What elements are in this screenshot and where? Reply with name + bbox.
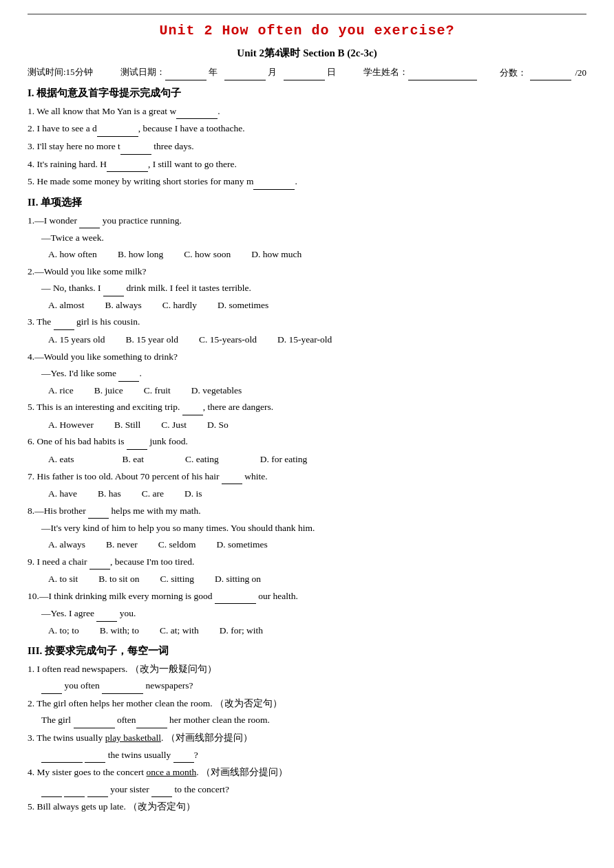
sub-title: Unit 2第4课时 Section B (2c-3c)	[28, 45, 586, 61]
ii-q10-optC[interactable]: C. at; with	[160, 623, 199, 638]
ii-q9-optA[interactable]: A. to sit	[48, 572, 78, 587]
section-iii-title: III. 按要求完成句子，每空一词	[28, 642, 586, 659]
q1-blank[interactable]	[176, 104, 218, 120]
iii-q4-blank3[interactable]	[87, 782, 108, 798]
ii-q10-blank1[interactable]	[215, 589, 256, 605]
ii-q1-optD[interactable]: D. how much	[251, 247, 301, 262]
iii-q3-blank3[interactable]	[173, 748, 194, 763]
ii-q3-blank[interactable]	[54, 314, 74, 330]
section-ii-title: II. 单项选择	[28, 194, 586, 210]
ii-q4-blank[interactable]	[118, 366, 139, 382]
iii-q2-blank2[interactable]	[136, 713, 167, 728]
ii-q2-optB[interactable]: B. always	[105, 298, 142, 313]
iii-q1-blank1[interactable]	[41, 678, 62, 694]
ii-q6-stem: 6. One of his bad habits is junk food.	[28, 434, 586, 450]
iii-q4-blank1[interactable]	[41, 782, 62, 798]
section-i-q4: 4. It's raining hard. H , I still want t…	[28, 157, 586, 173]
ii-q8-optC[interactable]: C. seldom	[158, 537, 196, 552]
ii-q2-blank[interactable]	[103, 281, 124, 296]
student-name-label: 学生姓名：	[363, 65, 477, 80]
ii-q5-stem: 5. This is an interesting and exciting t…	[28, 400, 586, 415]
student-name-field[interactable]	[408, 65, 477, 80]
date-year-field[interactable]	[165, 65, 207, 80]
ii-q7-optB[interactable]: B. has	[98, 486, 121, 501]
ii-q3-optA[interactable]: A. 15 years old	[48, 332, 105, 347]
q3-blank[interactable]	[120, 139, 151, 155]
ii-q2-optA[interactable]: A. almost	[48, 298, 85, 313]
ii-q9-optC[interactable]: C. sitting	[160, 572, 194, 587]
ii-q4-optA[interactable]: A. rice	[48, 383, 74, 398]
ii-q7-blank[interactable]	[222, 469, 242, 485]
ii-q1-sub: —Twice a week.	[41, 230, 586, 246]
ii-q9-blank[interactable]	[89, 554, 110, 570]
ii-q1-optB[interactable]: B. how long	[118, 247, 163, 262]
q4-blank[interactable]	[107, 157, 148, 173]
main-title: Unit 2 How often do you exercise?	[28, 20, 586, 42]
ii-q2-sub: — No, thanks. I drink milk. I feel it ta…	[41, 281, 586, 296]
section-i-q2: 2. I have to see a d , because I have a …	[28, 121, 586, 137]
ii-q2-optD[interactable]: D. sometimes	[218, 298, 268, 313]
iii-q4-blank2[interactable]	[64, 782, 85, 798]
top-line	[28, 14, 586, 14]
ii-q4-optD[interactable]: D. vegetables	[191, 383, 242, 398]
iii-q2-answer: The girl often her mother clean the room…	[41, 713, 586, 728]
ii-q10-optD[interactable]: D. for; with	[220, 623, 263, 638]
ii-q3-optB[interactable]: B. 15 year old	[125, 332, 178, 347]
ii-q8-blank[interactable]	[88, 503, 109, 519]
iii-q4-blank4[interactable]	[151, 782, 172, 798]
ii-q7-optC[interactable]: C. are	[142, 486, 164, 501]
q2-blank[interactable]	[97, 121, 138, 137]
ii-q3-optC[interactable]: C. 15-years-old	[199, 332, 257, 347]
iii-q1-blank2[interactable]	[102, 678, 143, 694]
score-label: 分数：	[500, 66, 527, 80]
test-date-label: 测试日期： 年 月 日	[120, 65, 336, 80]
ii-q7-stem: 7. His father is too old. About 70 perce…	[28, 469, 586, 485]
iii-q3-blank2[interactable]	[85, 748, 105, 763]
ii-q6-optC[interactable]: C. eating	[185, 452, 219, 467]
ii-q10-optB[interactable]: B. with; to	[100, 623, 139, 638]
ii-q5-optB[interactable]: B. Still	[114, 417, 140, 433]
ii-q1-blank[interactable]	[79, 213, 100, 229]
ii-q6-optD[interactable]: D. for eating	[260, 452, 308, 467]
iii-q3-underline: play basketball	[105, 733, 161, 743]
ii-q8-stem: 8.—His brother helps me with my math.	[28, 503, 586, 519]
ii-q10-stem: 10.—I think drinking milk every morning …	[28, 589, 586, 605]
iii-q3-answer: the twins usually ?	[41, 748, 586, 763]
iii-q2-blank1[interactable]	[74, 713, 115, 728]
ii-q7-optA[interactable]: A. have	[48, 486, 77, 501]
ii-q10-blank2[interactable]	[96, 606, 117, 622]
ii-q1-optA[interactable]: A. how often	[48, 247, 97, 262]
ii-q6-optA[interactable]: A. eats	[48, 452, 74, 467]
ii-q6-optB[interactable]: B. eat	[123, 452, 145, 467]
ii-q1-stem: 1.—I wonder you practice running.	[28, 213, 586, 229]
iii-q1-answer: you often newspapers?	[41, 678, 586, 694]
ii-q10-optA[interactable]: A. to; to	[48, 623, 79, 638]
ii-q5-blank[interactable]	[182, 400, 203, 415]
ii-q5-optC[interactable]: C. Just	[161, 417, 187, 433]
ii-q9-optD[interactable]: D. sitting on	[215, 572, 261, 587]
ii-q5-optA[interactable]: A. However	[48, 417, 94, 433]
ii-q4-optB[interactable]: B. juice	[94, 383, 123, 398]
ii-q3-optD[interactable]: D. 15-year-old	[277, 332, 332, 347]
ii-q8-optA[interactable]: A. always	[48, 537, 85, 552]
ii-q6-blank[interactable]	[127, 434, 147, 450]
ii-q8-sub: —It's very kind of him to help you so ma…	[41, 521, 586, 536]
q5-blank[interactable]	[253, 174, 295, 190]
ii-q8-optD[interactable]: D. sometimes	[217, 537, 268, 552]
date-month-field[interactable]	[224, 65, 266, 80]
iii-q3-blank1[interactable]	[41, 748, 83, 763]
iii-q3-stem: 3. The twins usually play basketball. （对…	[28, 730, 586, 746]
ii-q1-optC[interactable]: C. how soon	[184, 247, 231, 262]
date-day-field[interactable]	[284, 65, 325, 80]
ii-q8-optB[interactable]: B. never	[106, 537, 138, 552]
ii-q4-stem: 4.—Would you like something to drink?	[28, 349, 586, 365]
section-i-q5: 5. He made some money by writing short s…	[28, 174, 586, 190]
ii-q7-optD[interactable]: D. is	[184, 486, 202, 501]
ii-q2-optC[interactable]: C. hardly	[162, 298, 197, 313]
iii-q4-underline: once a month	[146, 767, 196, 777]
ii-q9-optB[interactable]: B. to sit on	[98, 572, 139, 587]
ii-q4-optC[interactable]: C. fruit	[144, 383, 171, 398]
score-field[interactable]	[530, 65, 571, 80]
ii-q5-optD[interactable]: D. So	[207, 417, 229, 433]
iii-q5-stem: 5. Bill always gets up late. （改为否定句）	[28, 799, 586, 814]
